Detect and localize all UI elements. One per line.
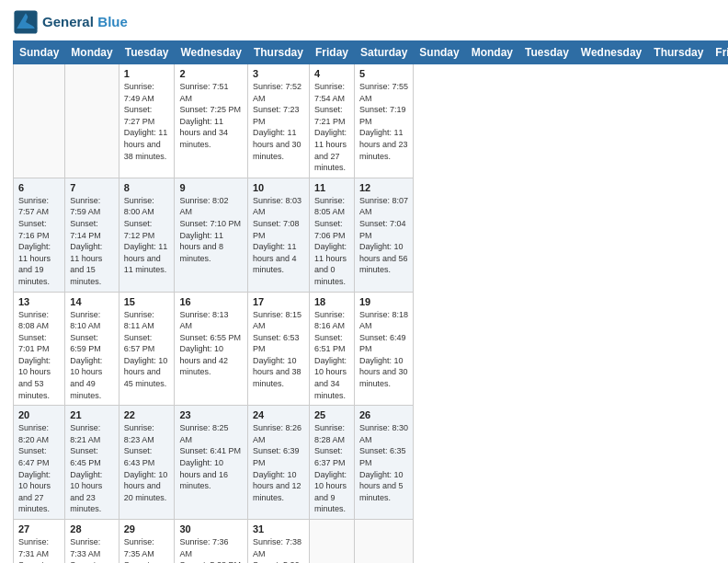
calendar-cell: 24Sunrise: 8:26 AMSunset: 6:39 PMDayligh…	[247, 406, 309, 520]
weekday-header-saturday: Saturday	[354, 41, 413, 64]
calendar-cell: 6Sunrise: 7:57 AMSunset: 7:16 PMDaylight…	[14, 178, 65, 292]
calendar-cell	[14, 64, 65, 178]
day-info: Sunrise: 8:15 AMSunset: 6:53 PMDaylight:…	[253, 309, 304, 390]
day-info: Sunrise: 8:28 AMSunset: 6:37 PMDaylight:…	[314, 422, 349, 515]
calendar-cell: 9Sunrise: 8:02 AMSunset: 7:10 PMDaylight…	[175, 178, 247, 292]
calendar-cell: 15Sunrise: 8:11 AMSunset: 6:57 PMDayligh…	[119, 292, 175, 406]
day-number: 21	[70, 409, 113, 420]
day-number: 10	[253, 182, 304, 193]
weekday-header-sunday: Sunday	[414, 41, 465, 64]
day-info: Sunrise: 8:07 AMSunset: 7:04 PMDaylight:…	[359, 195, 408, 276]
day-number: 8	[124, 182, 170, 193]
day-number: 7	[70, 182, 113, 193]
day-info: Sunrise: 8:00 AMSunset: 7:12 PMDaylight:…	[124, 195, 170, 276]
day-number: 3	[253, 68, 304, 79]
day-info: Sunrise: 7:52 AMSunset: 7:23 PMDaylight:…	[253, 81, 304, 162]
calendar-cell: 26Sunrise: 8:30 AMSunset: 6:35 PMDayligh…	[354, 406, 413, 520]
day-info: Sunrise: 7:36 AMSunset: 5:28 PMDaylight:…	[179, 536, 242, 563]
weekday-header-friday: Friday	[309, 41, 354, 64]
day-info: Sunrise: 7:49 AMSunset: 7:27 PMDaylight:…	[124, 81, 170, 162]
calendar-table: SundayMondayTuesdayWednesdayThursdayFrid…	[13, 40, 728, 563]
day-info: Sunrise: 8:23 AMSunset: 6:43 PMDaylight:…	[124, 422, 170, 503]
day-number: 13	[18, 296, 60, 307]
day-number: 30	[179, 523, 242, 534]
weekday-header-tuesday: Tuesday	[119, 41, 175, 64]
calendar-cell: 8Sunrise: 8:00 AMSunset: 7:12 PMDaylight…	[119, 178, 175, 292]
header: General Blue	[13, 9, 715, 35]
calendar-cell	[65, 64, 119, 178]
calendar-cell: 1Sunrise: 7:49 AMSunset: 7:27 PMDaylight…	[119, 64, 175, 178]
day-info: Sunrise: 7:51 AMSunset: 7:25 PMDaylight:…	[179, 81, 242, 151]
calendar-week-row: 13Sunrise: 8:08 AMSunset: 7:01 PMDayligh…	[14, 292, 729, 406]
day-info: Sunrise: 7:57 AMSunset: 7:16 PMDaylight:…	[18, 195, 60, 288]
calendar-cell: 31Sunrise: 7:38 AMSunset: 5:26 PMDayligh…	[247, 520, 309, 564]
calendar-cell: 20Sunrise: 8:20 AMSunset: 6:47 PMDayligh…	[14, 406, 65, 520]
day-number: 15	[124, 296, 170, 307]
day-info: Sunrise: 7:33 AMSunset: 5:32 PMDaylight:…	[70, 536, 113, 563]
logo-area: General Blue	[13, 9, 128, 35]
calendar-cell: 11Sunrise: 8:05 AMSunset: 7:06 PMDayligh…	[309, 178, 354, 292]
calendar-cell: 19Sunrise: 8:18 AMSunset: 6:49 PMDayligh…	[354, 292, 413, 406]
day-number: 5	[359, 68, 408, 79]
calendar-cell: 30Sunrise: 7:36 AMSunset: 5:28 PMDayligh…	[175, 520, 247, 564]
day-number: 18	[314, 296, 349, 307]
weekday-header-monday: Monday	[465, 41, 518, 64]
day-info: Sunrise: 8:03 AMSunset: 7:08 PMDaylight:…	[253, 195, 304, 276]
day-number: 12	[359, 182, 408, 193]
weekday-header-friday: Friday	[710, 41, 728, 64]
day-info: Sunrise: 8:05 AMSunset: 7:06 PMDaylight:…	[314, 195, 349, 288]
weekday-header-sunday: Sunday	[14, 41, 65, 64]
day-info: Sunrise: 7:35 AMSunset: 5:30 PMDaylight:…	[124, 536, 170, 563]
day-info: Sunrise: 8:30 AMSunset: 6:35 PMDaylight:…	[359, 422, 408, 503]
day-number: 19	[359, 296, 408, 307]
day-number: 31	[253, 523, 304, 534]
generalblue-logo-icon	[13, 9, 39, 35]
day-number: 1	[124, 68, 170, 79]
day-number: 22	[124, 409, 170, 420]
calendar-cell: 17Sunrise: 8:15 AMSunset: 6:53 PMDayligh…	[247, 292, 309, 406]
page: General Blue SundayMondayTuesdayWednesda…	[0, 0, 728, 563]
calendar-cell: 22Sunrise: 8:23 AMSunset: 6:43 PMDayligh…	[119, 406, 175, 520]
calendar-cell: 14Sunrise: 8:10 AMSunset: 6:59 PMDayligh…	[65, 292, 119, 406]
calendar-cell: 5Sunrise: 7:55 AMSunset: 7:19 PMDaylight…	[354, 64, 413, 178]
calendar-week-row: 6Sunrise: 7:57 AMSunset: 7:16 PMDaylight…	[14, 178, 729, 292]
day-number: 6	[18, 182, 60, 193]
day-info: Sunrise: 8:26 AMSunset: 6:39 PMDaylight:…	[253, 422, 304, 503]
day-info: Sunrise: 8:18 AMSunset: 6:49 PMDaylight:…	[359, 309, 408, 390]
day-info: Sunrise: 7:31 AMSunset: 5:33 PMDaylight:…	[18, 536, 60, 563]
calendar-cell: 27Sunrise: 7:31 AMSunset: 5:33 PMDayligh…	[14, 520, 65, 564]
weekday-header-thursday: Thursday	[247, 41, 309, 64]
calendar-cell: 25Sunrise: 8:28 AMSunset: 6:37 PMDayligh…	[309, 406, 354, 520]
calendar-week-row: 1Sunrise: 7:49 AMSunset: 7:27 PMDaylight…	[14, 64, 729, 178]
day-number: 28	[70, 523, 113, 534]
weekday-header-wednesday: Wednesday	[574, 41, 647, 64]
day-info: Sunrise: 8:13 AMSunset: 6:55 PMDaylight:…	[179, 309, 242, 379]
day-number: 4	[314, 68, 349, 79]
calendar-cell: 21Sunrise: 8:21 AMSunset: 6:45 PMDayligh…	[65, 406, 119, 520]
day-info: Sunrise: 8:25 AMSunset: 6:41 PMDaylight:…	[179, 422, 242, 492]
day-number: 17	[253, 296, 304, 307]
day-info: Sunrise: 8:02 AMSunset: 7:10 PMDaylight:…	[179, 195, 242, 265]
calendar-cell: 7Sunrise: 7:59 AMSunset: 7:14 PMDaylight…	[65, 178, 119, 292]
calendar-cell: 16Sunrise: 8:13 AMSunset: 6:55 PMDayligh…	[175, 292, 247, 406]
calendar-cell: 28Sunrise: 7:33 AMSunset: 5:32 PMDayligh…	[65, 520, 119, 564]
calendar-cell: 2Sunrise: 7:51 AMSunset: 7:25 PMDaylight…	[175, 64, 247, 178]
day-info: Sunrise: 8:10 AMSunset: 6:59 PMDaylight:…	[70, 309, 113, 402]
calendar-cell: 23Sunrise: 8:25 AMSunset: 6:41 PMDayligh…	[175, 406, 247, 520]
day-number: 24	[253, 409, 304, 420]
day-info: Sunrise: 8:16 AMSunset: 6:51 PMDaylight:…	[314, 309, 349, 402]
calendar-cell	[354, 520, 413, 564]
day-info: Sunrise: 7:55 AMSunset: 7:19 PMDaylight:…	[359, 81, 408, 162]
calendar-cell: 10Sunrise: 8:03 AMSunset: 7:08 PMDayligh…	[247, 178, 309, 292]
day-number: 23	[179, 409, 242, 420]
day-info: Sunrise: 8:20 AMSunset: 6:47 PMDaylight:…	[18, 422, 60, 515]
day-number: 25	[314, 409, 349, 420]
day-info: Sunrise: 8:08 AMSunset: 7:01 PMDaylight:…	[18, 309, 60, 402]
logo-text: General Blue	[42, 14, 128, 30]
calendar-cell: 29Sunrise: 7:35 AMSunset: 5:30 PMDayligh…	[119, 520, 175, 564]
day-info: Sunrise: 7:54 AMSunset: 7:21 PMDaylight:…	[314, 81, 349, 174]
calendar-cell: 18Sunrise: 8:16 AMSunset: 6:51 PMDayligh…	[309, 292, 354, 406]
calendar-week-row: 20Sunrise: 8:20 AMSunset: 6:47 PMDayligh…	[14, 406, 729, 520]
calendar-cell: 3Sunrise: 7:52 AMSunset: 7:23 PMDaylight…	[247, 64, 309, 178]
day-number: 11	[314, 182, 349, 193]
